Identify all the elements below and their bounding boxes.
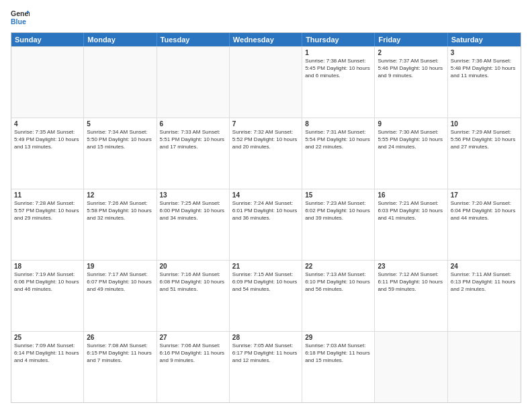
day-cell-empty <box>230 47 302 118</box>
day-info: Sunrise: 7:36 AM Sunset: 5:48 PM Dayligh… <box>451 58 518 79</box>
day-info: Sunrise: 7:06 AM Sunset: 6:16 PM Dayligh… <box>160 342 226 364</box>
day-cell-8: 8Sunrise: 7:31 AM Sunset: 5:54 PM Daylig… <box>302 118 375 189</box>
calendar: SundayMondayTuesdayWednesdayThursdayFrid… <box>11 32 521 403</box>
day-info: Sunrise: 7:34 AM Sunset: 5:50 PM Dayligh… <box>87 129 153 150</box>
day-number: 11 <box>14 191 81 199</box>
day-cell-15: 15Sunrise: 7:23 AM Sunset: 6:02 PM Dayli… <box>302 189 375 260</box>
day-info: Sunrise: 7:12 AM Sunset: 6:11 PM Dayligh… <box>378 271 444 293</box>
day-info: Sunrise: 7:05 AM Sunset: 6:17 PM Dayligh… <box>232 342 299 364</box>
day-cell-9: 9Sunrise: 7:30 AM Sunset: 5:55 PM Daylig… <box>375 118 447 189</box>
day-info: Sunrise: 7:30 AM Sunset: 5:55 PM Dayligh… <box>378 129 444 150</box>
header-day-tuesday: Tuesday <box>157 33 230 46</box>
logo-icon: General Blue <box>11 8 30 27</box>
day-info: Sunrise: 7:37 AM Sunset: 5:46 PM Dayligh… <box>378 58 444 79</box>
day-cell-22: 22Sunrise: 7:13 AM Sunset: 6:10 PM Dayli… <box>302 261 375 331</box>
day-number: 12 <box>87 191 153 199</box>
day-cell-3: 3Sunrise: 7:36 AM Sunset: 5:48 PM Daylig… <box>448 47 521 118</box>
day-cell-7: 7Sunrise: 7:32 AM Sunset: 5:52 PM Daylig… <box>230 118 302 189</box>
day-number: 28 <box>232 334 299 341</box>
day-info: Sunrise: 7:13 AM Sunset: 6:10 PM Dayligh… <box>305 271 371 293</box>
day-info: Sunrise: 7:17 AM Sunset: 6:07 PM Dayligh… <box>87 271 153 293</box>
day-cell-23: 23Sunrise: 7:12 AM Sunset: 6:11 PM Dayli… <box>375 261 447 331</box>
header-day-sunday: Sunday <box>11 33 84 46</box>
page: General Blue SundayMondayTuesdayWednesda… <box>0 0 532 411</box>
day-cell-2: 2Sunrise: 7:37 AM Sunset: 5:46 PM Daylig… <box>375 47 447 118</box>
day-number: 29 <box>305 334 371 341</box>
day-cell-17: 17Sunrise: 7:20 AM Sunset: 6:04 PM Dayli… <box>448 189 521 260</box>
day-cell-29: 29Sunrise: 7:03 AM Sunset: 6:18 PM Dayli… <box>302 332 375 402</box>
day-cell-6: 6Sunrise: 7:33 AM Sunset: 5:51 PM Daylig… <box>157 118 230 189</box>
day-info: Sunrise: 7:25 AM Sunset: 6:00 PM Dayligh… <box>160 200 226 222</box>
day-cell-11: 11Sunrise: 7:28 AM Sunset: 5:57 PM Dayli… <box>11 189 84 260</box>
day-cell-1: 1Sunrise: 7:38 AM Sunset: 5:45 PM Daylig… <box>302 47 375 118</box>
day-info: Sunrise: 7:03 AM Sunset: 6:18 PM Dayligh… <box>305 342 371 364</box>
day-info: Sunrise: 7:11 AM Sunset: 6:13 PM Dayligh… <box>451 271 518 293</box>
day-number: 1 <box>305 49 371 56</box>
day-cell-25: 25Sunrise: 7:09 AM Sunset: 6:14 PM Dayli… <box>11 332 84 402</box>
day-number: 23 <box>378 263 444 270</box>
svg-text:Blue: Blue <box>11 17 26 26</box>
logo: General Blue <box>11 8 30 27</box>
svg-text:General: General <box>11 9 30 17</box>
day-cell-19: 19Sunrise: 7:17 AM Sunset: 6:07 PM Dayli… <box>84 261 157 331</box>
day-number: 10 <box>451 120 518 128</box>
day-cell-14: 14Sunrise: 7:24 AM Sunset: 6:01 PM Dayli… <box>230 189 302 260</box>
day-cell-28: 28Sunrise: 7:05 AM Sunset: 6:17 PM Dayli… <box>230 332 302 402</box>
day-number: 7 <box>232 120 299 128</box>
day-number: 24 <box>451 263 518 270</box>
header-day-friday: Friday <box>375 33 447 46</box>
day-number: 20 <box>160 263 226 270</box>
day-number: 18 <box>14 263 81 270</box>
day-number: 19 <box>87 263 153 270</box>
day-number: 6 <box>160 120 226 128</box>
header-day-thursday: Thursday <box>302 33 375 46</box>
header-day-wednesday: Wednesday <box>230 33 302 46</box>
day-info: Sunrise: 7:31 AM Sunset: 5:54 PM Dayligh… <box>305 129 371 150</box>
day-number: 8 <box>305 120 371 128</box>
day-number: 9 <box>378 120 444 128</box>
week-row-4: 18Sunrise: 7:19 AM Sunset: 6:06 PM Dayli… <box>11 260 521 331</box>
day-cell-12: 12Sunrise: 7:26 AM Sunset: 5:58 PM Dayli… <box>84 189 157 260</box>
week-row-5: 25Sunrise: 7:09 AM Sunset: 6:14 PM Dayli… <box>11 331 521 402</box>
day-number: 16 <box>378 191 444 199</box>
day-info: Sunrise: 7:23 AM Sunset: 6:02 PM Dayligh… <box>305 200 371 222</box>
day-cell-5: 5Sunrise: 7:34 AM Sunset: 5:50 PM Daylig… <box>84 118 157 189</box>
day-number: 15 <box>305 191 371 199</box>
day-info: Sunrise: 7:29 AM Sunset: 5:56 PM Dayligh… <box>451 129 518 150</box>
day-info: Sunrise: 7:16 AM Sunset: 6:08 PM Dayligh… <box>160 271 226 293</box>
day-info: Sunrise: 7:20 AM Sunset: 6:04 PM Dayligh… <box>451 200 518 222</box>
week-row-2: 4Sunrise: 7:35 AM Sunset: 5:49 PM Daylig… <box>11 118 521 189</box>
day-info: Sunrise: 7:38 AM Sunset: 5:45 PM Dayligh… <box>305 58 371 79</box>
day-cell-empty <box>157 47 230 118</box>
day-cell-21: 21Sunrise: 7:15 AM Sunset: 6:09 PM Dayli… <box>230 261 302 331</box>
calendar-header: SundayMondayTuesdayWednesdayThursdayFrid… <box>11 33 521 46</box>
day-info: Sunrise: 7:09 AM Sunset: 6:14 PM Dayligh… <box>14 342 81 364</box>
header-day-saturday: Saturday <box>448 33 521 46</box>
header-day-monday: Monday <box>84 33 157 46</box>
day-info: Sunrise: 7:15 AM Sunset: 6:09 PM Dayligh… <box>232 271 299 293</box>
day-info: Sunrise: 7:19 AM Sunset: 6:06 PM Dayligh… <box>14 271 81 293</box>
day-number: 2 <box>378 49 444 56</box>
day-cell-18: 18Sunrise: 7:19 AM Sunset: 6:06 PM Dayli… <box>11 261 84 331</box>
day-number: 14 <box>232 191 299 199</box>
day-info: Sunrise: 7:08 AM Sunset: 6:15 PM Dayligh… <box>87 342 153 364</box>
day-cell-4: 4Sunrise: 7:35 AM Sunset: 5:49 PM Daylig… <box>11 118 84 189</box>
day-cell-26: 26Sunrise: 7:08 AM Sunset: 6:15 PM Dayli… <box>84 332 157 402</box>
day-info: Sunrise: 7:32 AM Sunset: 5:52 PM Dayligh… <box>232 129 299 150</box>
day-cell-27: 27Sunrise: 7:06 AM Sunset: 6:16 PM Dayli… <box>157 332 230 402</box>
day-number: 5 <box>87 120 153 128</box>
day-cell-empty <box>11 47 84 118</box>
day-cell-16: 16Sunrise: 7:21 AM Sunset: 6:03 PM Dayli… <box>375 189 447 260</box>
day-number: 21 <box>232 263 299 270</box>
day-info: Sunrise: 7:21 AM Sunset: 6:03 PM Dayligh… <box>378 200 444 222</box>
day-number: 26 <box>87 334 153 341</box>
day-info: Sunrise: 7:24 AM Sunset: 6:01 PM Dayligh… <box>232 200 299 222</box>
day-info: Sunrise: 7:33 AM Sunset: 5:51 PM Dayligh… <box>160 129 226 150</box>
day-number: 13 <box>160 191 226 199</box>
day-info: Sunrise: 7:28 AM Sunset: 5:57 PM Dayligh… <box>14 200 81 222</box>
day-info: Sunrise: 7:35 AM Sunset: 5:49 PM Dayligh… <box>14 129 81 150</box>
calendar-body: 1Sunrise: 7:38 AM Sunset: 5:45 PM Daylig… <box>11 46 521 402</box>
week-row-3: 11Sunrise: 7:28 AM Sunset: 5:57 PM Dayli… <box>11 189 521 260</box>
day-cell-20: 20Sunrise: 7:16 AM Sunset: 6:08 PM Dayli… <box>157 261 230 331</box>
header: General Blue <box>11 8 521 27</box>
